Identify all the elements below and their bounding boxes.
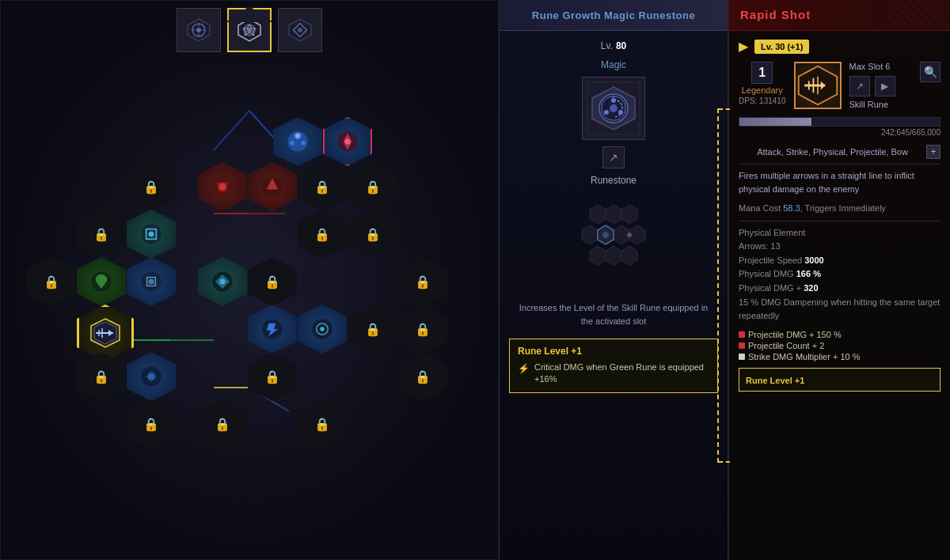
hex-locked-15: 🔒	[127, 399, 176, 448]
svg-point-27	[302, 141, 306, 145]
skill-rune-label: Skill Rune	[849, 100, 913, 109]
item-action-row: ↗	[602, 146, 625, 168]
hex-node-blue1[interactable]	[127, 257, 176, 306]
svg-marker-65	[621, 205, 637, 224]
lock-icon-3: 🔒	[365, 180, 381, 195]
hex-node-top2[interactable]	[323, 117, 372, 166]
connections-svg	[20, 63, 479, 538]
svg-point-74	[602, 232, 609, 238]
lock-icon-6: 🔒	[365, 227, 381, 242]
hex-locked-1: 🔒	[127, 162, 176, 211]
skill-tags: Attack, Strike, Physical, Projectile, Bo…	[739, 146, 926, 159]
phys-dmg-value: 166 %	[796, 269, 821, 278]
rune-bonus-2: Projectile Count + 2	[739, 341, 940, 350]
arrows-value: 13	[770, 241, 780, 251]
skill-info-row: 1 Legendary DPS: 131410 Max Slot 6	[739, 62, 940, 109]
mana-label: Mana Cost	[739, 203, 783, 213]
item-display: Magic ↗	[509, 59, 718, 186]
add-button[interactable]: +	[926, 145, 940, 159]
item-type-label: Magic	[601, 59, 626, 70]
qty-block: 1 Legendary DPS: 131410	[739, 62, 786, 105]
rune-slot-1[interactable]	[177, 8, 221, 52]
element-text: Physical Element	[739, 228, 805, 237]
mini-hex-container	[509, 197, 718, 292]
qty-number: 1	[758, 66, 766, 80]
hex-node-blue2[interactable]	[248, 305, 297, 354]
level-label: Lv.	[601, 40, 613, 51]
skill-details-block: Max Slot 6 ↗ ▶ Skill Rune	[849, 62, 913, 109]
hex-selected[interactable]	[77, 305, 134, 361]
lock-icon-10: 🔒	[365, 322, 381, 337]
right-panel-header: Rapid Shot	[729, 0, 950, 31]
lock-icon-13: 🔒	[264, 369, 280, 384]
search-button[interactable]: 🔍	[920, 62, 940, 82]
svg-point-25	[295, 134, 299, 138]
mana-cost-row: Mana Cost 58.3, Triggers Immediately	[739, 202, 940, 216]
svg-marker-54	[148, 373, 154, 379]
phys-dmg-plus-label: Physical DMG +	[739, 283, 801, 293]
svg-point-52	[320, 327, 324, 331]
phys-dmg-plus-row: Physical DMG + 320	[739, 282, 940, 296]
svg-point-29	[344, 138, 350, 144]
level-badge-row: ▶ Lv. 30 (+1)	[739, 39, 940, 54]
proj-speed-label: Projectile Speed	[739, 255, 802, 265]
svg-point-31	[219, 184, 226, 191]
hex-node-top1[interactable]	[273, 117, 322, 166]
hex-node-teal1[interactable]	[127, 210, 176, 259]
lock-icon-15: 🔒	[143, 417, 159, 432]
item-icon-box	[582, 77, 645, 140]
hex-node-blue4[interactable]	[127, 352, 176, 401]
rune-bonus-1: Projectile DMG + 150 %	[739, 330, 940, 339]
svg-marker-63	[590, 205, 606, 224]
svg-marker-71	[606, 246, 621, 265]
hex-node-green1[interactable]	[77, 257, 126, 306]
hex-locked-6: 🔒	[348, 210, 397, 259]
lock-icon-7: 🔒	[44, 274, 59, 289]
legendary-label: Legendary	[742, 85, 783, 95]
lock-icon-1: 🔒	[143, 180, 159, 195]
svg-marker-64	[606, 205, 621, 224]
item-description: Increases the Level of the Skill Rune eq…	[509, 301, 718, 327]
hex-node-blue3[interactable]	[298, 305, 347, 354]
dps-label: DPS: 131410	[739, 96, 786, 105]
rune-slot-3[interactable]	[278, 8, 322, 52]
hex-locked-2: 🔒	[298, 162, 347, 211]
lock-icon-4: 🔒	[93, 227, 109, 242]
rune-level-stat: ⚡ Critical DMG when Green Rune is equipp…	[518, 361, 709, 386]
hex-node-teal2[interactable]	[198, 257, 247, 306]
skill-play-btn[interactable]: ▶	[875, 76, 895, 96]
max-slot-label: Max Slot 6	[849, 62, 913, 71]
rune-stat-text: Critical DMG when Green Rune is equipped…	[534, 361, 709, 386]
right-panel-content: ▶ Lv. 30 (+1) 1 Legendary DPS: 131410	[729, 31, 950, 399]
share-button[interactable]: ↗	[602, 146, 625, 168]
lock-icon-11: 🔒	[415, 322, 431, 337]
hex-node-red1[interactable]	[198, 162, 247, 211]
level-arrow: ▶	[739, 39, 748, 54]
exp-bar-container: 242;645/665,000	[739, 117, 940, 137]
top-rune-bar	[177, 8, 322, 52]
rune-bonus-2-text: Projectile Count + 2	[748, 341, 824, 350]
hex-locked-4: 🔒	[77, 210, 126, 259]
svg-marker-70	[590, 246, 606, 265]
stats-section: Physical Element Arrows: 13 Projectile S…	[739, 226, 940, 324]
skill-share-btn[interactable]: ↗	[849, 76, 870, 96]
runestone-icon	[586, 81, 641, 136]
level-value: 80	[616, 40, 626, 51]
middle-panel-content: Lv. 80 Magic	[500, 31, 728, 409]
hex-locked-8: 🔒	[248, 257, 297, 306]
svg-marker-66	[582, 225, 598, 244]
phys-dmg-label: Physical DMG	[739, 269, 794, 278]
rune-slot-2[interactable]	[227, 8, 272, 52]
hex-node-red2[interactable]	[248, 162, 297, 211]
lock-icon-14: 🔒	[415, 369, 431, 384]
rune-bonus-3-text: Strike DMG Multiplier + 10 %	[748, 352, 861, 361]
item-name: Runestone	[591, 175, 636, 186]
tags-row: Attack, Strike, Physical, Projectile, Bo…	[739, 145, 940, 159]
phys-dmg-plus-value: 320	[804, 283, 818, 293]
proj-speed-row: Projectile Speed 3000	[739, 254, 940, 268]
svg-point-12	[298, 28, 302, 32]
svg-point-9	[247, 28, 252, 32]
svg-point-75	[627, 233, 632, 237]
hex-locked-7: 🔒	[27, 257, 76, 306]
lock-icon-9: 🔒	[415, 274, 431, 289]
